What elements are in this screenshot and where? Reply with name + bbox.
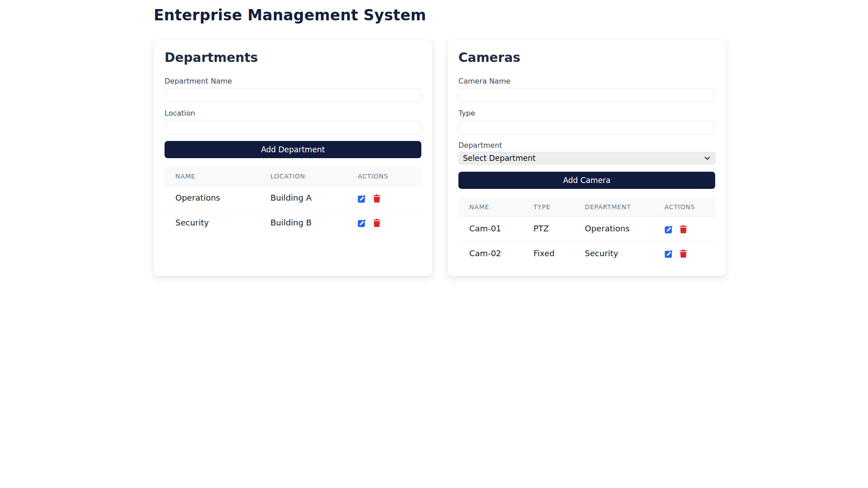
edit-button[interactable] (358, 219, 366, 227)
actions-cell (654, 216, 715, 241)
departments-heading: Departments (165, 50, 421, 65)
department-location-label: Location (165, 109, 421, 117)
department-name-label: Department Name (165, 77, 421, 85)
department-location-input[interactable] (165, 121, 421, 134)
cards-row: Departments Department Name Location Add… (154, 40, 726, 276)
departments-table: NAME LOCATION ACTIONS Operations Buildin… (165, 167, 421, 235)
column-header-actions: ACTIONS (347, 167, 421, 186)
camera-department-label: Department (458, 141, 715, 150)
department-name-cell: Security (165, 210, 259, 235)
camera-type-cell: Fixed (523, 241, 574, 265)
edit-icon (358, 222, 366, 229)
delete-button[interactable] (373, 219, 381, 227)
column-header-department: DEPARTMENT (574, 198, 654, 216)
department-name-cell: Operations (165, 186, 259, 211)
camera-department-cell: Operations (574, 216, 654, 241)
departments-card: Departments Department Name Location Add… (154, 40, 432, 276)
camera-department-cell: Security (574, 241, 654, 265)
table-row: Cam-02 Fixed Security (458, 241, 715, 265)
edit-icon (665, 253, 673, 259)
edit-button[interactable] (665, 225, 673, 234)
column-header-location: LOCATION (259, 167, 347, 186)
column-header-name: NAME (458, 198, 523, 216)
add-camera-button[interactable]: Add Camera (458, 172, 715, 189)
delete-button[interactable] (373, 194, 381, 203)
page-title: Enterprise Management System (154, 6, 726, 24)
department-location-cell: Building B (259, 210, 347, 235)
camera-type-input[interactable] (458, 121, 715, 134)
trash-icon (679, 228, 687, 235)
add-department-button[interactable]: Add Department (165, 141, 421, 158)
camera-type-label: Type (458, 109, 715, 117)
edit-icon (358, 197, 366, 204)
edit-icon (665, 228, 673, 235)
trash-icon (679, 253, 687, 259)
camera-type-cell: PTZ (523, 216, 574, 241)
column-header-type: TYPE (523, 198, 574, 216)
page: Enterprise Management System Departments… (154, 0, 726, 276)
column-header-actions: ACTIONS (654, 198, 715, 216)
actions-cell (654, 241, 715, 265)
department-name-input[interactable] (165, 89, 421, 102)
departments-table-header-row: NAME LOCATION ACTIONS (165, 167, 421, 186)
edit-button[interactable] (665, 249, 673, 258)
camera-name-cell: Cam-02 (458, 241, 523, 265)
cameras-table: NAME TYPE DEPARTMENT ACTIONS Cam-01 PTZ … (458, 198, 715, 265)
delete-button[interactable] (679, 249, 687, 258)
trash-icon (373, 197, 381, 204)
cameras-table-header-row: NAME TYPE DEPARTMENT ACTIONS (458, 198, 715, 216)
edit-button[interactable] (358, 194, 366, 203)
cameras-heading: Cameras (458, 50, 715, 65)
table-row: Cam-01 PTZ Operations (458, 216, 715, 241)
camera-name-input[interactable] (458, 89, 715, 102)
table-row: Security Building B (165, 210, 421, 235)
department-location-cell: Building A (259, 186, 347, 211)
camera-name-label: Camera Name (458, 77, 715, 85)
table-row: Operations Building A (165, 186, 421, 211)
delete-button[interactable] (679, 225, 687, 234)
actions-cell (347, 210, 421, 235)
department-select[interactable]: Select Department (458, 152, 715, 164)
cameras-card: Cameras Camera Name Type Department Sele… (448, 40, 726, 276)
department-select-wrap: Select Department (458, 152, 715, 164)
actions-cell (347, 186, 421, 211)
trash-icon (373, 222, 381, 229)
camera-name-cell: Cam-01 (458, 216, 523, 241)
column-header-name: NAME (165, 167, 259, 186)
